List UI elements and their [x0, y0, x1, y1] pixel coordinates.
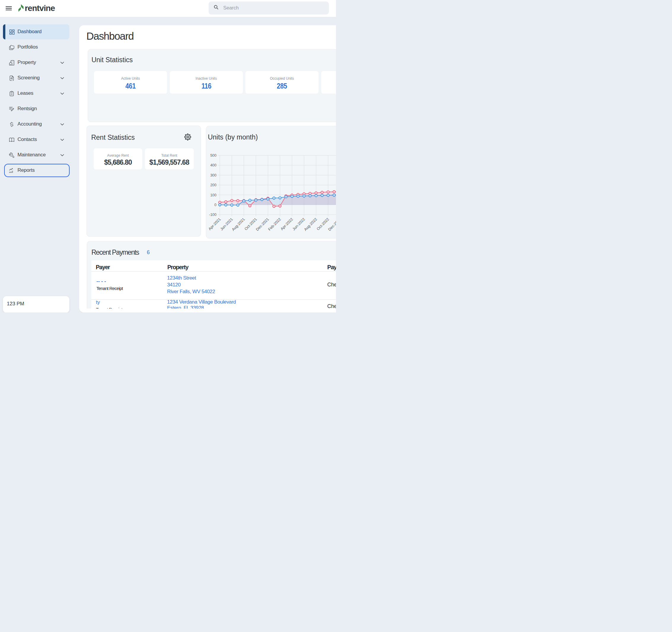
svg-text:Aug-2021: Aug-2021	[231, 217, 246, 232]
svg-text:Feb-2022: Feb-2022	[267, 217, 282, 232]
svg-text:Apr-2021: Apr-2021	[208, 217, 222, 231]
svg-text:Aug-2022: Aug-2022	[303, 217, 318, 232]
svg-text:400: 400	[210, 163, 216, 167]
svg-text:100: 100	[210, 193, 216, 197]
svg-text:Dec-2021: Dec-2021	[255, 217, 270, 232]
svg-text:Apr-2022: Apr-2022	[280, 217, 294, 231]
svg-text:-100: -100	[209, 213, 216, 217]
svg-text:300: 300	[210, 173, 216, 177]
svg-text:500: 500	[210, 153, 216, 157]
svg-text:200: 200	[210, 183, 216, 187]
svg-text:0: 0	[214, 203, 216, 207]
